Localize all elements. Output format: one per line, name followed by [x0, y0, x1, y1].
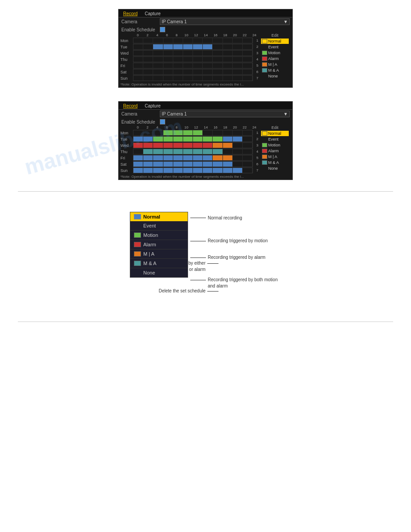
ann-line-both [190, 280, 206, 280]
legend-normal-1[interactable]: Normal [261, 39, 289, 44]
annotation-normal: Normal recording [190, 215, 242, 220]
menu-item-none[interactable]: None [130, 268, 188, 277]
color-box-alarm [134, 242, 141, 247]
panel1-camera-row: Camera IP Camera 1 ▼ [119, 17, 292, 26]
grid-row-sun-2: Sun 7 [120, 167, 259, 173]
legend-none-2[interactable]: None [261, 166, 289, 171]
legend-color-manda-1 [262, 68, 267, 73]
panel2-note: *Note: Operation is invalid when the num… [119, 174, 292, 180]
legend-dropdown-menu: Normal Event Motion Alarm M | A M & A No… [130, 212, 188, 278]
menu-label-mia: M | A [143, 251, 154, 257]
legend-alarm-1[interactable]: Alarm [261, 56, 289, 61]
grid-cells-mon-2[interactable] [133, 130, 253, 136]
grid-cells-sat-1[interactable] [133, 69, 253, 75]
legend-alarm-2[interactable]: Alarm [261, 148, 289, 154]
ann-line-motion [190, 241, 206, 241]
ann-text-motion: Recording triggered by motion [208, 238, 268, 244]
menu-label-alarm: Alarm [143, 242, 156, 247]
ann-line-alarm [190, 257, 206, 258]
legend-mia-2[interactable]: M | A [261, 154, 289, 159]
enable-checkbox-1[interactable] [160, 27, 165, 32]
panel1: Record Capture Camera IP Camera 1 ▼ Enab… [118, 9, 293, 88]
menu-label-manda: M & A [143, 261, 156, 266]
panel2-edit-panel: Edit Normal Event Motion Alarm [259, 125, 291, 174]
panel2: Record Capture Camera IP Camera 1 ▼ Enab… [118, 101, 293, 180]
enable-label-1: Enable Schedule [121, 27, 157, 32]
legend-event-2[interactable]: Event [261, 137, 289, 142]
menu-item-normal[interactable]: Normal [130, 212, 188, 221]
grid-row-fri-2: Fri 5 [120, 155, 259, 161]
grid-cells-fri-2[interactable] [133, 155, 253, 161]
menu-item-mia[interactable]: M | A [130, 249, 188, 259]
grid-row-wed-2: Wed 3 [120, 142, 259, 148]
panel2-hour-labels: 0 2 4 6 8 10 12 14 16 18 20 22 24 [120, 125, 259, 129]
grid-cells-mon-1[interactable] [133, 38, 253, 43]
legend-manda-2[interactable]: M & A [261, 160, 289, 165]
ann-line-either [207, 263, 218, 264]
color-box-motion [134, 232, 141, 238]
legend-manda-1[interactable]: M & A [261, 68, 289, 73]
enable-checkbox-2[interactable] [160, 119, 165, 124]
divider-1 [18, 191, 393, 192]
camera-select-1[interactable]: IP Camera 1 ▼ [160, 18, 290, 25]
grid-cells-thu-2[interactable] [133, 149, 253, 154]
legend-motion-2[interactable]: Motion [261, 142, 289, 148]
panel1-hour-labels: 0 2 4 6 8 10 12 14 16 18 20 22 24 [120, 33, 259, 37]
menu-label-none: None [134, 270, 155, 275]
grid-cells-tue-2[interactable] [133, 136, 253, 142]
legend-color-manda-2 [262, 160, 267, 165]
color-box-manda [134, 261, 141, 266]
tab-record-2[interactable]: Record [120, 103, 140, 109]
grid-row-mon-1: Mon 1 [120, 38, 259, 43]
tab-record-1[interactable]: Record [120, 10, 140, 17]
camera-select-2[interactable]: IP Camera 1 ▼ [160, 111, 290, 117]
grid-row-sun-1: Sun 7 [120, 75, 259, 81]
grid-cells-wed-2[interactable] [133, 142, 253, 148]
panel2-camera-row: Camera IP Camera 1 ▼ [119, 110, 292, 118]
legend-none-1[interactable]: None [261, 73, 289, 79]
panel1-container: Record Capture Camera IP Camera 1 ▼ Enab… [0, 0, 411, 92]
legend-color-normal-1 [262, 39, 267, 43]
menu-item-event[interactable]: Event [130, 221, 188, 231]
color-box-mia [134, 251, 141, 257]
panel2-grid: 0 2 4 6 8 10 12 14 16 18 20 22 24 Mon [120, 125, 259, 174]
grid-cells-sun-1[interactable] [133, 75, 253, 81]
menu-label-event: Event [134, 223, 156, 228]
grid-cells-wed-1[interactable] [133, 50, 253, 56]
legend-normal-2[interactable]: Normal [261, 131, 289, 136]
legend-color-alarm-2 [262, 149, 267, 153]
tab-capture-2[interactable]: Capture [142, 103, 163, 109]
edit-label-2: Edit [261, 125, 289, 130]
panel1-enable-row: Enable Schedule [119, 26, 292, 33]
annotation-both: Recording triggered by both motion and a… [190, 277, 279, 289]
edit-label-1: Edit [261, 33, 289, 38]
grid-cells-tue-1[interactable] [133, 44, 253, 50]
annotation-motion: Recording triggered by motion [190, 238, 268, 244]
panel1-tabs: Record Capture [119, 9, 292, 17]
grid-cells-thu-1[interactable] [133, 56, 253, 62]
menu-item-manda[interactable]: M & A [130, 259, 188, 268]
grid-row-tue-1: Tue 2 [120, 44, 259, 50]
legend-mia-1[interactable]: M | A [261, 62, 289, 67]
ann-text-normal: Normal recording [208, 215, 242, 220]
tab-capture-1[interactable]: Capture [142, 10, 163, 17]
grid-cells-sun-2[interactable] [133, 167, 253, 173]
legend-color-mia-1 [262, 62, 267, 67]
panel2-enable-row: Enable Schedule [119, 118, 292, 125]
menu-item-motion[interactable]: Motion [130, 231, 188, 240]
panel2-tabs: Record Capture [119, 102, 292, 110]
color-box-normal [134, 214, 141, 219]
grid-cells-fri-1[interactable] [133, 63, 253, 69]
legend-event-1[interactable]: Event [261, 44, 289, 50]
grid-row-sat-1: Sat 6 [120, 69, 259, 75]
legend-motion-1[interactable]: Motion [261, 50, 289, 56]
enable-label-2: Enable Schedule [121, 120, 157, 124]
legend-diagram-section: Normal Event Motion Alarm M | A M & A No… [0, 198, 411, 315]
menu-item-alarm[interactable]: Alarm [130, 240, 188, 249]
grid-row-wed-1: Wed 3 [120, 50, 259, 56]
divider-2 [18, 322, 393, 322]
panel2-schedule: 0 2 4 6 8 10 12 14 16 18 20 22 24 Mon [119, 125, 292, 174]
grid-cells-sat-2[interactable] [133, 161, 253, 167]
legend-color-alarm-1 [262, 56, 267, 61]
annotation-alarm: Recording triggered by alarm [190, 254, 265, 261]
